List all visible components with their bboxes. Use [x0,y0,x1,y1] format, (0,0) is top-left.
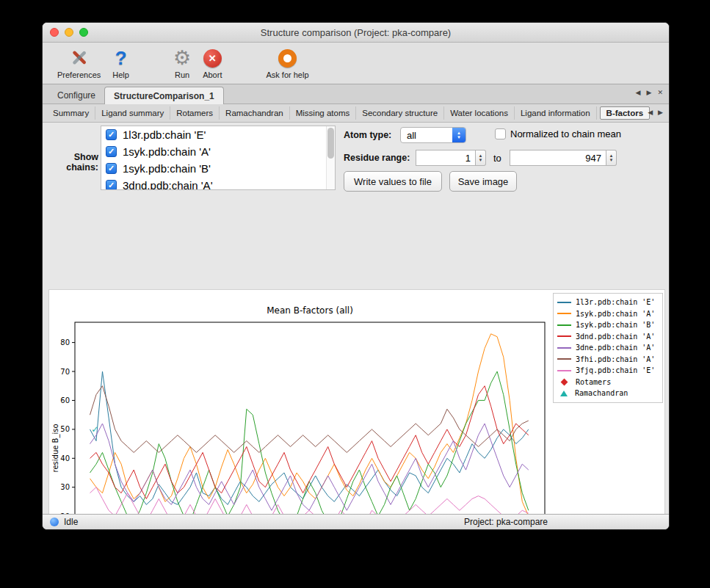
subtab-arrows: ◀ ▶ [648,109,663,116]
status-bar: Idle Project: pka-compare [43,514,669,529]
write-values-button[interactable]: Write values to file [344,171,442,192]
toolbar-label: Abort [203,70,222,79]
app-window: Structure comparison (Project: pka-compa… [42,22,670,530]
svg-text:70: 70 [60,368,70,376]
chart-panel: Mean B-factors (all)Residueresidue B_iso… [48,289,665,530]
tab-bar-controls: ◀ ▶ ✕ [636,89,663,96]
legend-entry: 3fhi.pdb:chain 'A' [557,354,659,366]
subtab-missing-atoms[interactable]: Missing atoms [290,106,357,120]
legend-line-swatch [557,370,571,371]
save-image-button[interactable]: Save image [449,171,517,192]
zoom-window-button[interactable] [79,28,88,37]
legend-entry: Rotamers [557,377,659,388]
chain-list-scrollbar[interactable] [326,126,335,189]
show-chains-label: Show chains: [46,152,98,173]
traffic-lights [50,28,88,37]
normalized-checkbox-group[interactable]: Normalized to chain mean [495,128,621,139]
chain-label: 3dnd.pdb:chain 'A' [123,179,213,190]
toolbar-label: Run [175,70,189,79]
scrollbar-thumb[interactable] [327,128,334,159]
chain-label: 1syk.pdb:chain 'B' [123,162,211,175]
toolbar: Preferences ? Help ⚙ Run ✕ Abort Ask for… [43,43,669,84]
subtab-ramachandran[interactable]: Ramachandran [220,106,290,120]
chain-checkbox[interactable]: ✓ [106,129,117,140]
residue-to-stepper[interactable]: ▲▼ [606,150,617,166]
subtab-scroll-right-icon[interactable]: ▶ [658,109,663,116]
subtab-water-locations[interactable]: Water locations [444,106,515,120]
chain-checkbox[interactable]: ✓ [106,146,117,157]
diamond-marker-icon [561,378,568,385]
legend-label: 1l3r.pdb:chain 'E' [576,298,655,306]
desktop-background: { "window": { "title": "Structure compar… [0,0,710,588]
subtab-scroll-left-icon[interactable]: ◀ [648,109,653,116]
subtab-summary[interactable]: Summary [47,106,95,120]
subtab-secondary-structure[interactable]: Secondary structure [356,106,444,120]
run-button[interactable]: ⚙ Run [167,46,197,79]
residue-range-label: Residue range: [344,153,410,163]
normalized-checkbox[interactable] [495,128,506,139]
chain-label: 1l3r.pdb:chain 'E' [123,128,206,141]
to-label: to [493,153,501,164]
legend-line-swatch [557,335,571,337]
chain-checkbox[interactable]: ✓ [106,163,117,174]
chain-list[interactable]: ✓1l3r.pdb:chain 'E'✓1syk.pdb:chain 'A'✓1… [101,126,336,190]
dropdown-arrows-icon: ▲▼ [452,128,466,142]
lifering-icon [278,46,297,70]
legend-label: 3dnd.pdb:chain 'A' [576,333,655,341]
subtab-ligand-summary[interactable]: Ligand summary [95,106,170,120]
legend-label: 3dne.pdb:chain 'A' [576,344,655,352]
tab-configure[interactable]: Configure [48,87,104,104]
close-window-button[interactable] [50,28,59,37]
subtab-rotamers[interactable]: Rotamers [170,106,220,120]
title-bar[interactable]: Structure comparison (Project: pka-compa… [43,23,669,43]
help-button[interactable]: ? Help [106,46,135,79]
status-project: Project: pka-compare [464,517,548,527]
ask-for-help-button[interactable]: Ask for help [260,46,314,79]
check-marker: ✓ [91,424,98,435]
legend-entry: 1syk.pdb:chain 'B' [557,319,659,331]
chain-list-item[interactable]: ✓3dnd.pdb:chain 'A' [101,177,335,190]
legend-line-swatch [557,324,571,326]
plot-title: Mean B-factors (all) [267,305,353,316]
legend-line-swatch [557,302,571,303]
tab-scroll-left-icon[interactable]: ◀ [636,89,641,96]
chain-list-item[interactable]: ✓1syk.pdb:chain 'A' [101,143,335,160]
toolbar-label: Ask for help [266,70,308,79]
minimize-window-button[interactable] [65,28,73,37]
toolbar-label: Preferences [57,70,101,79]
status-indicator-icon [50,518,59,526]
chain-checkbox[interactable]: ✓ [106,180,117,190]
tab-structurecomparison-1[interactable]: StructureComparison_1 [104,87,224,104]
subtab-ligand-information[interactable]: Ligand information [515,106,597,120]
tab-scroll-right-icon[interactable]: ▶ [647,89,652,96]
legend-entry: 1syk.pdb:chain 'A' [557,308,659,320]
chain-label: 1syk.pdb:chain 'A' [123,145,211,158]
controls-panel: Show chains: ✓1l3r.pdb:chain 'E'✓1syk.pd… [43,123,669,196]
legend-label: 1syk.pdb:chain 'A' [576,310,655,318]
atom-type-dropdown[interactable]: all ▲▼ [400,127,466,143]
legend-line-swatch [557,347,571,349]
y-axis-label: residue B_iso [51,424,60,472]
abort-button[interactable]: ✕ Abort [197,46,228,79]
legend-label: Rotamers [576,378,611,386]
legend-line-swatch [557,313,571,314]
toolbar-label: Help [112,70,129,79]
help-icon: ? [115,46,127,70]
chain-list-item[interactable]: ✓1syk.pdb:chain 'B' [101,160,335,177]
tab-close-icon[interactable]: ✕ [657,89,663,96]
plot-frame [75,322,545,530]
preferences-button[interactable]: Preferences [51,46,106,79]
normalized-label: Normalized to chain mean [510,128,621,139]
atom-type-label: Atom type: [344,130,391,140]
tools-icon [68,46,90,70]
residue-from-input[interactable] [416,150,476,166]
chain-list-item[interactable]: ✓1l3r.pdb:chain 'E' [101,126,335,143]
legend-entry: Ramachandran [557,388,659,399]
window-title: Structure comparison (Project: pka-compa… [261,27,451,38]
svg-text:40: 40 [60,454,70,462]
subtab-b-factors[interactable]: B-factors [600,106,650,120]
main-tab-bar: Configure StructureComparison_1 ◀ ▶ ✕ [43,84,669,104]
chart-legend: 1l3r.pdb:chain 'E'1syk.pdb:chain 'A'1syk… [553,293,663,403]
residue-from-stepper[interactable]: ▲▼ [476,150,486,166]
residue-to-input[interactable] [510,150,606,166]
